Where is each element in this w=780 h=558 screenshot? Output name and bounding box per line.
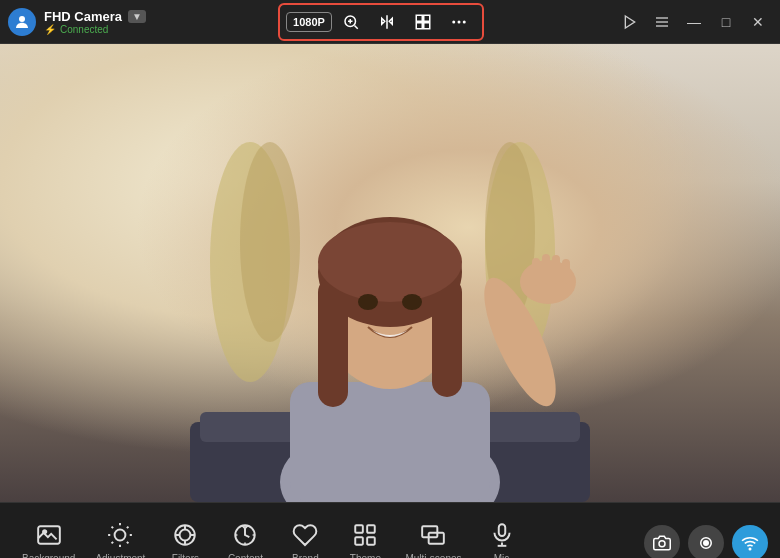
svg-rect-61 [423, 526, 438, 537]
svg-point-66 [659, 540, 665, 546]
connected-text: Connected [60, 24, 108, 35]
video-area [0, 44, 780, 502]
minimize-button[interactable]: — [680, 8, 708, 36]
svg-rect-7 [416, 22, 422, 28]
svg-line-44 [112, 527, 114, 529]
svg-rect-59 [356, 537, 364, 545]
window-controls: — □ ✕ [616, 8, 772, 36]
more-button[interactable] [442, 9, 476, 35]
layout-button[interactable] [406, 9, 440, 35]
svg-point-11 [463, 20, 466, 23]
svg-point-32 [402, 294, 422, 310]
background-icon [35, 521, 63, 549]
tool-background[interactable]: Background [12, 513, 85, 558]
menu-button[interactable] [648, 8, 676, 36]
svg-rect-58 [368, 525, 376, 533]
multi-scenes-label: Multi-scenes [405, 553, 461, 558]
content-icon [231, 521, 259, 549]
content-label: Content [228, 553, 263, 558]
background-label: Background [22, 553, 75, 558]
mic-icon [488, 521, 516, 549]
title-bar: FHD Camera ▼ ⚡ Connected 1080P [0, 0, 780, 44]
record-button[interactable] [688, 525, 724, 559]
svg-rect-37 [552, 255, 560, 284]
svg-line-49 [127, 527, 129, 529]
bottom-bar: Background Adjustment [0, 502, 780, 558]
brand-icon [291, 521, 319, 549]
brand-label: Brand [292, 553, 319, 558]
svg-rect-5 [416, 15, 422, 21]
title-bar-left: FHD Camera ▼ ⚡ Connected [8, 8, 146, 36]
svg-rect-38 [562, 259, 570, 284]
zoom-in-button[interactable] [334, 9, 368, 35]
app-title: FHD Camera [44, 9, 122, 24]
svg-point-9 [452, 20, 455, 23]
theme-label: Theme [350, 553, 381, 558]
screenshot-button[interactable] [644, 525, 680, 559]
svg-rect-6 [424, 15, 430, 21]
mic-label: Mic [494, 553, 510, 558]
close-button[interactable]: ✕ [744, 8, 772, 36]
dropdown-badge[interactable]: ▼ [128, 10, 146, 23]
multi-scenes-icon [419, 521, 447, 549]
svg-line-2 [354, 25, 357, 28]
svg-point-30 [318, 222, 462, 302]
tool-adjustment[interactable]: Adjustment [85, 513, 155, 558]
adjustment-icon [106, 521, 134, 549]
camera-visual [190, 62, 590, 502]
svg-point-0 [19, 16, 25, 22]
svg-rect-35 [532, 258, 540, 286]
svg-point-31 [358, 294, 378, 310]
svg-rect-28 [318, 277, 348, 407]
tool-brand[interactable]: Brand [275, 513, 335, 558]
filters-icon [171, 521, 199, 549]
svg-point-10 [457, 20, 460, 23]
toolbar-group: 1080P [278, 3, 484, 41]
connect-icon: ⚡ [44, 24, 56, 35]
app-title-row: FHD Camera ▼ [44, 9, 146, 24]
svg-marker-12 [625, 16, 634, 28]
tool-content[interactable]: Content [215, 513, 275, 558]
resolution-button[interactable]: 1080P [286, 12, 332, 32]
app-title-group: FHD Camera ▼ ⚡ Connected [44, 9, 146, 35]
bottom-right [644, 525, 768, 559]
svg-line-45 [127, 542, 129, 544]
svg-rect-60 [368, 537, 376, 545]
svg-rect-57 [356, 525, 364, 533]
person-container [190, 62, 590, 502]
flip-button[interactable] [370, 9, 404, 35]
svg-rect-63 [498, 524, 505, 536]
svg-rect-29 [432, 277, 462, 397]
theme-icon [351, 521, 379, 549]
svg-point-41 [115, 530, 126, 541]
cast-button[interactable] [616, 8, 644, 36]
svg-point-40 [43, 530, 46, 533]
filters-label: Filters [172, 553, 199, 558]
tool-theme[interactable]: Theme [335, 513, 395, 558]
svg-rect-8 [424, 22, 430, 28]
adjustment-label: Adjustment [95, 553, 145, 558]
tool-filters[interactable]: Filters [155, 513, 215, 558]
svg-rect-62 [429, 533, 444, 544]
live-button[interactable] [732, 525, 768, 559]
svg-rect-36 [542, 254, 550, 284]
svg-point-51 [180, 530, 191, 541]
svg-rect-24 [290, 382, 490, 502]
maximize-button[interactable]: □ [712, 8, 740, 36]
svg-line-48 [112, 542, 114, 544]
svg-point-69 [749, 548, 751, 550]
bottom-tools: Background Adjustment [12, 513, 644, 558]
app-icon [8, 8, 36, 36]
tool-mic[interactable]: Mic [472, 513, 532, 558]
svg-point-68 [703, 540, 709, 546]
tool-multi-scenes[interactable]: Multi-scenes [395, 513, 471, 558]
